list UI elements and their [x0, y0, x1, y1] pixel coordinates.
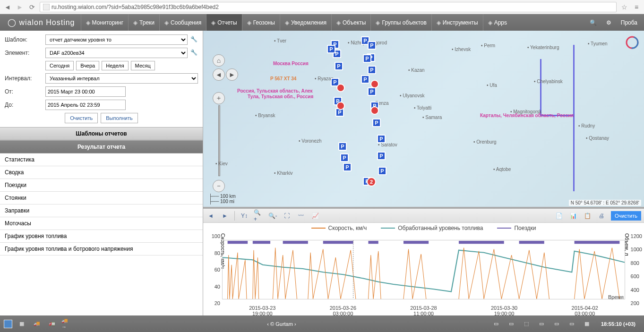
- settings-icon[interactable]: ⚙: [601, 14, 616, 31]
- star-icon[interactable]: ☆: [619, 2, 629, 12]
- stop-icon[interactable]: [336, 102, 345, 110]
- quick-3[interactable]: Месяц: [131, 61, 155, 70]
- panel-icon[interactable]: [4, 320, 12, 328]
- sb-icon-7[interactable]: ▦: [581, 319, 592, 329]
- parking-icon[interactable]: P: [368, 66, 376, 74]
- parking-icon[interactable]: P: [343, 163, 352, 171]
- status-bar: ▦ 🚚 🚛 🚚→ ‹ © Gurtam › ▭ ▭ ⬚ ▭ ▭ ▭ ▦ 18:5…: [0, 315, 644, 332]
- reload-icon[interactable]: ⟳: [27, 2, 37, 12]
- parking-icon[interactable]: P: [338, 142, 347, 151]
- sb-icon-5[interactable]: ▭: [551, 319, 562, 329]
- result-item[interactable]: Сводка: [0, 166, 203, 179]
- zoom-out-icon[interactable]: －: [213, 180, 225, 192]
- nav-уведомления[interactable]: ◈ Уведомления: [280, 14, 331, 31]
- search-icon[interactable]: 🔍: [585, 14, 601, 31]
- nav-группы объектов[interactable]: ◈ Группы объектов: [370, 14, 431, 31]
- wrench-icon[interactable]: 🔧: [190, 49, 198, 57]
- result-header[interactable]: Результат отчета: [0, 140, 203, 153]
- execute-button[interactable]: Выполнить: [101, 113, 137, 123]
- nav-объекты[interactable]: ◈ Объекты: [331, 14, 371, 31]
- result-item[interactable]: Заправки: [0, 204, 203, 217]
- chart-body[interactable]: Скорость, км/ч Объем, л 10080604020 1200…: [222, 233, 625, 315]
- parking-icon[interactable]: P: [377, 152, 386, 160]
- parking-icon[interactable]: P: [335, 62, 343, 70]
- parking-icon[interactable]: P: [363, 54, 371, 63]
- quick-1[interactable]: Вчера: [76, 61, 99, 70]
- axis-y-icon[interactable]: Y↕: [240, 211, 249, 221]
- map[interactable]: ⌂ ◄ ► ＋ － • Tver• Nizhny Novgorod• Kazan…: [203, 31, 644, 207]
- smooth-icon[interactable]: 〰: [296, 211, 306, 221]
- nav-мониторинг[interactable]: ◈ Мониторинг: [81, 14, 129, 31]
- result-item[interactable]: Стоянки: [0, 192, 203, 204]
- prev-icon[interactable]: ◄: [206, 211, 215, 221]
- stop-icon[interactable]: [336, 84, 345, 92]
- sb-icon-6[interactable]: ▭: [566, 319, 577, 329]
- next-icon[interactable]: ►: [220, 211, 230, 221]
- truck-name-icon[interactable]: 🚛: [46, 319, 58, 329]
- parking-icon[interactable]: P: [361, 75, 369, 84]
- quick-0[interactable]: Сегодня: [45, 61, 74, 70]
- city-label: • Qostanay: [586, 136, 609, 141]
- nav-apps[interactable]: ◈ Apps: [483, 14, 512, 31]
- url-input[interactable]: ru.hosting.wialon.com/?sid=5aba2b985c98e…: [40, 2, 617, 12]
- parking-icon[interactable]: P: [378, 167, 386, 175]
- parking-icon[interactable]: P: [340, 153, 349, 162]
- export-pdf-icon[interactable]: 📄: [554, 211, 564, 221]
- result-item[interactable]: График уровня топлива: [0, 230, 203, 243]
- map-left-icon[interactable]: ◄: [213, 68, 225, 81]
- export-xls-icon[interactable]: 📊: [568, 211, 578, 221]
- sb-icon-3[interactable]: ⬚: [521, 319, 532, 329]
- to-input[interactable]: [45, 100, 126, 110]
- result-item[interactable]: График уровня топлива и ботрового напряж…: [0, 243, 203, 255]
- plot-area[interactable]: Время: [222, 240, 625, 299]
- logo: ◯ wialon Hosting: [2, 18, 81, 27]
- result-item[interactable]: Моточасы: [0, 217, 203, 230]
- wrench-icon[interactable]: 🔧: [190, 36, 198, 43]
- result-item[interactable]: Поездки: [0, 179, 203, 192]
- parking-icon[interactable]: P: [368, 41, 376, 50]
- grid-icon[interactable]: ▦: [16, 319, 27, 329]
- nav-треки[interactable]: ◈ Треки: [128, 14, 159, 31]
- resize-grip[interactable]: [201, 29, 644, 32]
- map-right-icon[interactable]: ►: [226, 68, 238, 81]
- parking-icon[interactable]: P: [372, 119, 381, 127]
- export-copy-icon[interactable]: 📋: [583, 211, 592, 221]
- zoom-fit-icon[interactable]: ⛶: [282, 211, 292, 221]
- clear-button[interactable]: Очистить: [65, 113, 98, 123]
- sb-icon-2[interactable]: ▭: [506, 319, 517, 329]
- nav-геозоны[interactable]: ◈ Геозоны: [242, 14, 280, 31]
- quick-2[interactable]: Неделя: [102, 61, 128, 70]
- zoom-in-icon[interactable]: ＋: [213, 92, 225, 104]
- menu-icon[interactable]: ≡: [632, 2, 641, 12]
- template-select[interactable]: отчет датчиком уровня то: [45, 34, 188, 45]
- print-icon[interactable]: 🖨: [597, 211, 606, 221]
- chart-config-icon[interactable]: 📈: [310, 211, 320, 221]
- from-input[interactable]: [45, 86, 126, 97]
- forward-icon[interactable]: ►: [15, 2, 25, 12]
- templates-header[interactable]: Шаблоны отчетов: [0, 127, 203, 140]
- result-item[interactable]: Статистика: [0, 153, 203, 166]
- element-select[interactable]: DAF а200ев34: [45, 48, 188, 58]
- map-home-icon[interactable]: ⌂: [213, 54, 225, 67]
- truck-arrow-icon[interactable]: 🚚→: [61, 319, 73, 329]
- parking-icon[interactable]: P: [368, 87, 376, 96]
- back-icon[interactable]: ◄: [3, 2, 12, 12]
- sb-icon-1[interactable]: ▭: [490, 319, 502, 329]
- zoom-out-icon[interactable]: 🔍-: [268, 211, 277, 221]
- sb-icon-4[interactable]: ▭: [536, 319, 547, 329]
- truck-icon[interactable]: 🚚: [31, 319, 43, 329]
- nav-инструменты[interactable]: ◈ Инструменты: [431, 14, 483, 31]
- city-label: • Tolyatti: [414, 105, 431, 111]
- interval-select[interactable]: Указанный интервал: [45, 73, 198, 84]
- nav-сообщения[interactable]: ◈ Сообщения: [159, 14, 206, 31]
- stop-icon[interactable]: [370, 106, 379, 115]
- city-label: • Ufa: [487, 83, 497, 88]
- parking-icon[interactable]: P: [327, 45, 335, 53]
- parking-icon[interactable]: P: [377, 135, 386, 143]
- stop-icon[interactable]: [370, 80, 379, 88]
- nav-отчеты[interactable]: ◈ Отчеты: [206, 14, 241, 31]
- chart-clear-button[interactable]: Очистить: [611, 211, 641, 221]
- user-label[interactable]: Проба: [616, 14, 642, 31]
- zoom-in-icon[interactable]: 🔍+: [254, 211, 263, 221]
- cluster-badge[interactable]: 2: [367, 177, 376, 187]
